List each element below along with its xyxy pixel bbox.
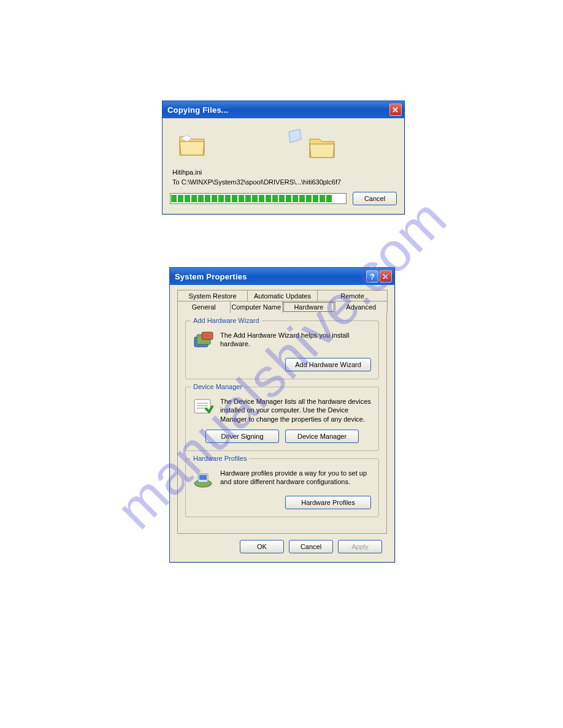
progress-segment bbox=[272, 195, 278, 202]
group-title: Device Manager bbox=[191, 383, 245, 390]
group-text: Hardware profiles provide a way for you … bbox=[220, 469, 371, 490]
dialog-title: Copying Files... bbox=[167, 105, 228, 115]
titlebar[interactable]: System Properties ? ✕ bbox=[170, 268, 394, 285]
progress-segment bbox=[252, 195, 258, 202]
progress-segment bbox=[225, 195, 231, 202]
apply-button[interactable]: Apply bbox=[338, 540, 382, 553]
cancel-button[interactable]: Cancel bbox=[289, 540, 333, 553]
tab-general[interactable]: General bbox=[177, 301, 231, 313]
tab-advanced[interactable]: Advanced bbox=[335, 301, 388, 313]
progress-segment bbox=[185, 195, 190, 202]
progress-segment bbox=[299, 195, 305, 202]
flying-paper-icon bbox=[286, 128, 304, 145]
add-hardware-wizard-group: Add Hardware Wizard The Add Hardware Wiz… bbox=[185, 320, 379, 379]
hardware-profiles-icon bbox=[193, 469, 214, 490]
progress-segment bbox=[232, 195, 237, 202]
cancel-button[interactable]: Cancel bbox=[353, 192, 397, 205]
copy-animation-row bbox=[170, 126, 397, 165]
dialog-title: System Properties bbox=[175, 272, 247, 281]
hardware-wizard-icon bbox=[193, 331, 214, 352]
dialog-body: Hitihpa.ini To C:\WINXP\System32\spool\D… bbox=[163, 118, 404, 214]
progress-segment bbox=[178, 195, 183, 202]
add-hardware-wizard-button[interactable]: Add Hardware Wizard bbox=[285, 358, 371, 371]
system-properties-dialog: System Properties ? ✕ System Restore Aut… bbox=[169, 267, 395, 563]
hardware-profiles-group: Hardware Profiles Hardware profiles prov… bbox=[185, 458, 379, 517]
close-button[interactable]: ✕ bbox=[389, 104, 402, 116]
progress-segment bbox=[306, 195, 312, 202]
svg-rect-2 bbox=[202, 332, 213, 339]
copying-destination: To C:\WINXP\System32\spool\DRIVERS\...\h… bbox=[172, 178, 396, 186]
svg-rect-9 bbox=[199, 475, 207, 480]
progress-segment bbox=[326, 195, 332, 202]
device-manager-icon bbox=[193, 397, 214, 418]
progress-bar bbox=[170, 193, 347, 204]
group-text: The Add Hardware Wizard helps you instal… bbox=[220, 331, 371, 352]
tab-hardware[interactable]: Hardware bbox=[282, 301, 335, 313]
tab-strip: System Restore Automatic Updates Remote … bbox=[177, 290, 387, 313]
source-folder-icon bbox=[178, 134, 205, 156]
group-text: The Device Manager lists all the hardwar… bbox=[220, 397, 371, 423]
dest-folder-icon bbox=[308, 137, 335, 159]
progress-segment bbox=[239, 195, 244, 202]
titlebar[interactable]: Copying Files... ✕ bbox=[163, 101, 404, 118]
close-button[interactable]: ✕ bbox=[380, 270, 392, 282]
dialog-body: System Restore Automatic Updates Remote … bbox=[170, 285, 394, 562]
progress-segment bbox=[212, 195, 217, 202]
tab-computer-name[interactable]: Computer Name bbox=[230, 301, 283, 313]
tab-remote[interactable]: Remote bbox=[317, 290, 388, 301]
progress-segment bbox=[259, 195, 264, 202]
tab-automatic-updates[interactable]: Automatic Updates bbox=[247, 290, 318, 301]
progress-segment bbox=[218, 195, 224, 202]
device-manager-group: Device Manager The Device Manager lists … bbox=[185, 387, 379, 451]
progress-segment bbox=[171, 195, 177, 202]
progress-segment bbox=[198, 195, 204, 202]
ok-button[interactable]: OK bbox=[240, 540, 284, 553]
progress-segment bbox=[286, 195, 291, 202]
group-title: Hardware Profiles bbox=[191, 455, 249, 462]
progress-segment bbox=[320, 195, 325, 202]
device-manager-button[interactable]: Device Manager bbox=[285, 430, 359, 443]
progress-segment bbox=[293, 195, 298, 202]
dialog-footer: OK Cancel Apply bbox=[175, 534, 389, 556]
copying-files-dialog: Copying Files... ✕ Hitihpa.ini To C:\WIN… bbox=[162, 100, 405, 214]
help-button[interactable]: ? bbox=[366, 270, 378, 282]
group-title: Add Hardware Wizard bbox=[191, 317, 262, 324]
progress-segment bbox=[279, 195, 285, 202]
driver-signing-button[interactable]: Driver Signing bbox=[205, 430, 279, 443]
copying-filename: Hitihpa.ini bbox=[172, 169, 396, 176]
progress-segment bbox=[205, 195, 210, 202]
hardware-profiles-button[interactable]: Hardware Profiles bbox=[285, 496, 371, 509]
help-icon: ? bbox=[370, 272, 375, 281]
tab-panel-hardware: Add Hardware Wizard The Add Hardware Wiz… bbox=[177, 313, 387, 534]
close-icon: ✕ bbox=[382, 272, 389, 281]
tab-system-restore[interactable]: System Restore bbox=[177, 290, 248, 301]
close-icon: ✕ bbox=[392, 105, 399, 115]
progress-segment bbox=[313, 195, 318, 202]
progress-segment bbox=[191, 195, 197, 202]
progress-segment bbox=[245, 195, 251, 202]
progress-segment bbox=[266, 195, 271, 202]
